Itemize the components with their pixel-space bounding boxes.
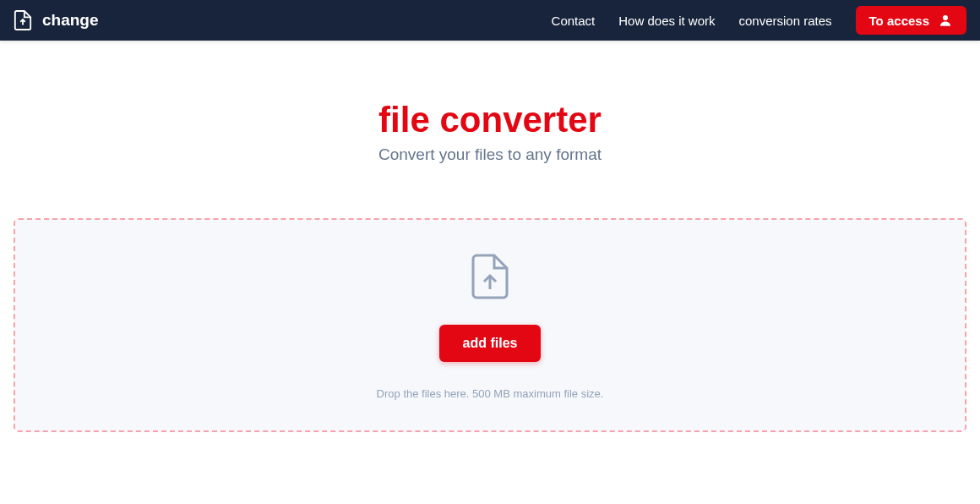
dropzone-hint: Drop the files here. 500 MB maximum file… xyxy=(32,387,948,400)
access-button-label: To access xyxy=(869,14,929,28)
logo-section[interactable]: change xyxy=(14,9,99,31)
file-upload-logo-icon xyxy=(14,9,32,31)
title-section: file converter Convert your files to any… xyxy=(14,100,966,164)
file-upload-icon xyxy=(471,254,509,299)
page-title: file converter xyxy=(14,100,966,140)
logo-text: change xyxy=(42,11,99,30)
user-icon xyxy=(938,13,953,28)
file-dropzone[interactable]: add files Drop the files here. 500 MB ma… xyxy=(14,218,966,432)
access-button[interactable]: To access xyxy=(856,6,966,35)
app-header: change Contact How does it work conversi… xyxy=(0,0,980,41)
main-content: file converter Convert your files to any… xyxy=(0,41,980,446)
nav-link-contact[interactable]: Contact xyxy=(552,14,596,28)
page-subtitle: Convert your files to any format xyxy=(14,145,966,164)
nav-section: Contact How does it work conversion rate… xyxy=(552,6,966,35)
svg-point-0 xyxy=(943,15,948,20)
nav-link-how-it-works[interactable]: How does it work xyxy=(618,14,715,28)
nav-link-conversion-rates[interactable]: conversion rates xyxy=(739,14,832,28)
add-files-button[interactable]: add files xyxy=(439,325,542,362)
